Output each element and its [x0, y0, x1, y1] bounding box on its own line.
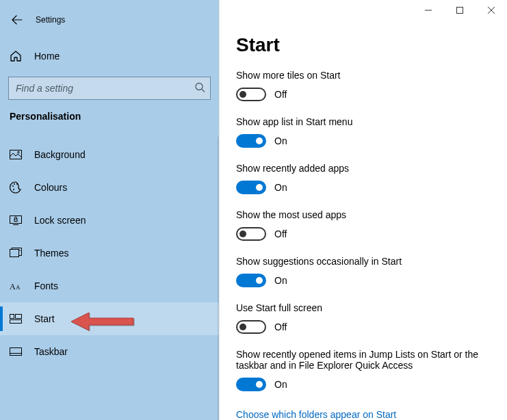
toggle-more-tiles[interactable]	[236, 88, 266, 101]
home-nav[interactable]: Home	[0, 42, 219, 70]
choose-folders-link[interactable]: Choose which folders appear on Start	[236, 409, 396, 420]
setting-label: Use Start full screen	[236, 302, 491, 313]
search-wrap	[8, 77, 211, 100]
lock-screen-icon	[10, 215, 27, 225]
sidebar-item-taskbar[interactable]: Taskbar	[0, 335, 219, 368]
svg-point-6	[16, 183, 18, 185]
setting-more-tiles: Show more tiles on Start Off	[236, 70, 491, 101]
svg-point-0	[196, 83, 203, 90]
toggle-suggestions[interactable]	[236, 274, 266, 287]
svg-rect-16	[10, 320, 22, 324]
toggle-state: On	[274, 275, 287, 286]
setting-suggestions: Show suggestions occasionally in Start O…	[236, 256, 491, 287]
themes-icon	[10, 248, 27, 259]
maximize-icon	[456, 7, 463, 14]
sidebar-item-label: Colours	[34, 182, 67, 193]
content: Start Show more tiles on Start Off Show …	[219, 0, 507, 420]
window-controls	[413, 0, 507, 21]
sidebar-item-label: Background	[34, 149, 86, 160]
sidebar-item-label: Start	[34, 313, 55, 324]
setting-label: Show suggestions occasionally in Start	[236, 256, 491, 267]
toggle-state: On	[274, 379, 287, 390]
sidebar-item-label: Fonts	[34, 280, 58, 291]
search-icon	[194, 82, 205, 95]
maximize-button[interactable]	[444, 0, 476, 21]
setting-recently-added: Show recently added apps On	[236, 163, 491, 194]
setting-most-used: Show the most used apps Off	[236, 209, 491, 241]
sidebar-item-colours[interactable]: Colours	[0, 171, 219, 204]
toggle-state: Off	[274, 89, 287, 100]
home-icon	[10, 50, 27, 62]
colours-icon	[10, 181, 27, 194]
home-label: Home	[34, 51, 60, 62]
background-icon	[10, 150, 27, 159]
sidebar-item-themes[interactable]: Themes	[0, 237, 219, 270]
setting-jump-lists: Show recently opened items in Jump Lists…	[236, 349, 491, 391]
close-button[interactable]	[476, 0, 507, 21]
page-title: Start	[236, 34, 491, 56]
toggle-state: Off	[274, 321, 287, 332]
app-title: Settings	[36, 15, 65, 25]
search-input[interactable]	[8, 77, 211, 100]
toggle-full-screen[interactable]	[236, 320, 266, 334]
svg-rect-20	[457, 8, 463, 14]
main-panel: Start Show more tiles on Start Off Show …	[219, 0, 507, 420]
svg-rect-11	[10, 250, 19, 257]
back-button[interactable]	[10, 12, 25, 27]
svg-rect-14	[10, 315, 14, 319]
sidebar-item-label: Lock screen	[34, 215, 86, 226]
back-arrow-icon	[12, 14, 23, 25]
sidebar: Settings Home Personalisation Background…	[0, 0, 219, 420]
svg-text:A: A	[16, 284, 21, 291]
setting-label: Show more tiles on Start	[236, 70, 491, 81]
toggle-state: On	[274, 182, 287, 193]
svg-rect-17	[10, 348, 22, 356]
svg-point-5	[14, 183, 15, 185]
svg-text:A: A	[10, 282, 16, 291]
toggle-state: On	[274, 135, 287, 146]
sidebar-item-label: Taskbar	[34, 346, 68, 357]
toggle-app-list[interactable]	[236, 134, 266, 148]
taskbar-icon	[10, 347, 27, 356]
minimize-icon	[425, 7, 432, 14]
fonts-icon: AA	[10, 281, 27, 291]
svg-point-3	[18, 151, 20, 153]
svg-rect-9	[13, 224, 18, 225]
setting-app-list: Show app list in Start menu On	[236, 116, 491, 148]
svg-point-7	[13, 189, 14, 190]
minimize-button[interactable]	[413, 0, 444, 21]
close-icon	[488, 7, 495, 14]
sidebar-item-lock-screen[interactable]: Lock screen	[0, 204, 219, 237]
toggle-state: Off	[274, 228, 287, 239]
svg-line-1	[202, 90, 205, 92]
toggle-recently-added[interactable]	[236, 181, 266, 194]
category-header: Personalisation	[0, 111, 219, 133]
sidebar-item-fonts[interactable]: AA Fonts	[0, 270, 219, 302]
setting-label: Show recently added apps	[236, 163, 491, 174]
svg-point-4	[12, 185, 14, 187]
setting-label: Show app list in Start menu	[236, 116, 491, 127]
nav-list: Background Colours Lock screen Themes AA…	[0, 138, 219, 368]
svg-rect-10	[14, 219, 17, 222]
start-icon	[10, 314, 27, 324]
setting-full-screen: Use Start full screen Off	[236, 302, 491, 334]
sidebar-item-start[interactable]: Start	[0, 302, 219, 335]
sidebar-item-background[interactable]: Background	[0, 138, 219, 171]
setting-label: Show recently opened items in Jump Lists…	[236, 349, 491, 371]
toggle-most-used[interactable]	[236, 227, 266, 241]
sidebar-item-label: Themes	[34, 248, 69, 259]
svg-rect-15	[16, 315, 22, 319]
titlebar: Settings	[0, 8, 219, 36]
toggle-jump-lists[interactable]	[236, 378, 266, 391]
setting-label: Show the most used apps	[236, 209, 491, 220]
